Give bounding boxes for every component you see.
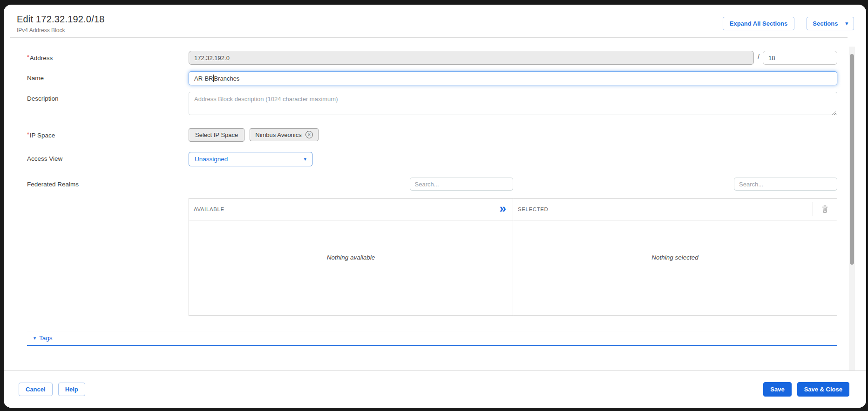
- selected-search-input[interactable]: [734, 178, 837, 191]
- ip-space-row: *IP Space Select IP Space Nimbus Aveonic…: [27, 128, 837, 142]
- name-label: Name: [27, 71, 189, 85]
- available-header: AVAILABLE: [194, 206, 224, 212]
- federated-realms-row: Federated Realms: [27, 178, 837, 191]
- expand-all-sections-button[interactable]: Expand All Sections: [723, 17, 795, 30]
- ip-space-label: *IP Space: [27, 128, 189, 142]
- cancel-button[interactable]: Cancel: [19, 383, 53, 396]
- ip-space-chip: Nimbus Aveonics ✕: [250, 128, 318, 141]
- selected-header: SELECTED: [518, 206, 549, 212]
- name-value-before-caret: AR-BR: [194, 75, 213, 82]
- name-row: Name AR-BRBranches: [27, 71, 837, 85]
- name-input[interactable]: AR-BRBranches: [189, 71, 837, 85]
- access-view-dropdown[interactable]: Unassigned ▾: [189, 152, 312, 166]
- form-content: *Address / Name AR-BRBranches Descriptio…: [4, 38, 866, 346]
- cidr-input[interactable]: [763, 51, 837, 65]
- save-button[interactable]: Save: [763, 382, 791, 397]
- edit-address-block-window: Edit 172.32.192.0/18 IPv4 Address Block …: [4, 5, 866, 408]
- selected-empty-state: Nothing selected: [513, 220, 837, 315]
- required-marker: *: [27, 131, 29, 138]
- tags-section-label: Tags: [39, 335, 53, 342]
- federated-realms-label: Federated Realms: [27, 178, 189, 191]
- address-label: *Address: [27, 51, 189, 65]
- required-marker: *: [27, 54, 29, 61]
- move-all-right-icon[interactable]: »: [497, 202, 511, 216]
- description-textarea[interactable]: [189, 92, 837, 115]
- page-header: Edit 172.32.192.0/18 IPv4 Address Block …: [4, 5, 866, 37]
- available-empty-state: Nothing available: [189, 220, 513, 315]
- description-label: Description: [27, 92, 189, 117]
- available-panel: AVAILABLE » Nothing available: [189, 199, 513, 315]
- page-title: Edit 172.32.192.0/18: [17, 14, 723, 25]
- header-separator: [492, 202, 492, 216]
- save-and-close-button[interactable]: Save & Close: [797, 382, 849, 397]
- help-button[interactable]: Help: [58, 383, 85, 396]
- select-ip-space-button[interactable]: Select IP Space: [189, 128, 244, 142]
- chevron-down-icon: ▾: [845, 21, 848, 26]
- chevron-down-icon: ▾: [304, 157, 306, 162]
- sections-menu-button[interactable]: Sections ▾: [807, 17, 854, 30]
- trash-icon: [821, 205, 829, 213]
- sections-button-label: Sections: [813, 20, 838, 27]
- scrollbar-thumb[interactable]: [850, 54, 854, 265]
- cidr-separator: /: [758, 53, 760, 61]
- selected-panel: SELECTED Nothing selected: [513, 199, 837, 315]
- address-row: *Address /: [27, 51, 837, 65]
- remove-ip-space-icon[interactable]: ✕: [305, 131, 313, 138]
- delete-selected-button[interactable]: [818, 204, 835, 215]
- header-separator: [813, 202, 813, 216]
- access-view-value: Unassigned: [195, 156, 228, 163]
- ip-space-chip-label: Nimbus Aveonics: [255, 131, 301, 138]
- action-bar: Cancel Help Save Save & Close: [4, 370, 866, 408]
- vertical-scrollbar[interactable]: [849, 47, 855, 372]
- access-view-row: Access View Unassigned ▾: [27, 152, 837, 166]
- available-search-input[interactable]: [410, 178, 513, 191]
- address-input: [189, 51, 754, 65]
- description-row: Description: [27, 92, 837, 117]
- caret-down-icon: ▾: [34, 336, 36, 341]
- federated-realms-transfer-list: AVAILABLE » Nothing available SELECTED: [189, 198, 837, 316]
- name-value-after-caret: Branches: [214, 75, 239, 82]
- access-view-label: Access View: [27, 152, 189, 166]
- tags-section-toggle[interactable]: ▾ Tags: [27, 331, 837, 346]
- page-subtitle: IPv4 Address Block: [17, 27, 723, 34]
